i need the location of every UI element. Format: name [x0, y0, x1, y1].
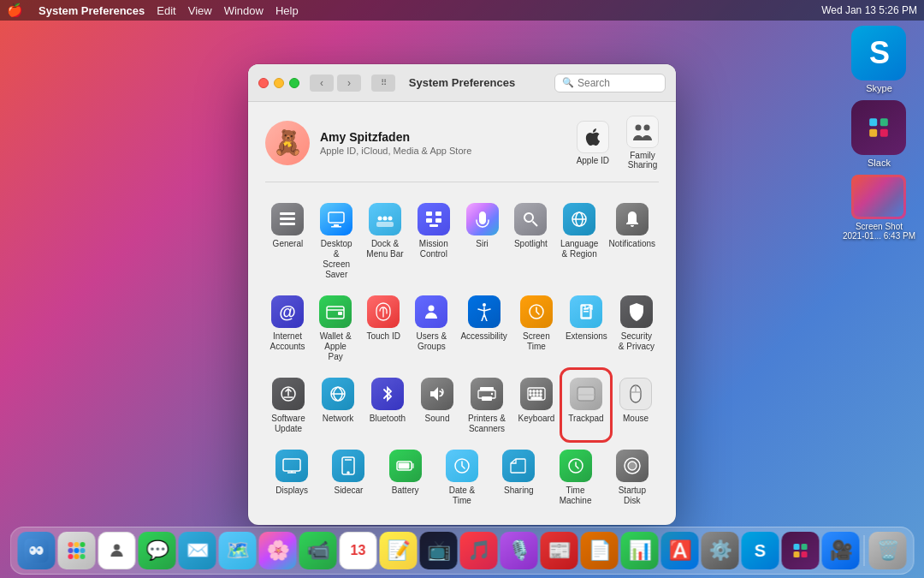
dock-sysprefs[interactable]: ⚙️	[702, 532, 739, 569]
pref-timemachine[interactable]: TimeMachine	[548, 443, 601, 511]
apple-id-button[interactable]: Apple ID	[577, 121, 609, 165]
dock-slack[interactable]	[782, 532, 820, 569]
dock-news[interactable]: 📰	[541, 532, 578, 569]
family-sharing-button[interactable]: FamilySharing	[626, 116, 659, 170]
dock-music[interactable]: 🎵	[460, 532, 498, 569]
dock-podcasts[interactable]: 🎙️	[500, 532, 538, 569]
dock-pages[interactable]: 📄	[581, 532, 619, 569]
pref-accessibility[interactable]: Accessibility	[457, 289, 510, 367]
pref-internet[interactable]: @ InternetAccounts	[265, 289, 310, 367]
dock-icon	[369, 203, 401, 235]
svg-rect-46	[536, 390, 538, 392]
pref-notifications[interactable]: Notifications	[606, 196, 659, 285]
pref-general[interactable]: General	[265, 196, 311, 285]
apple-id-icon	[577, 121, 609, 153]
menubar: 🍎 System Preferences Edit View Window He…	[0, 0, 924, 21]
pref-spotlight[interactable]: Spotlight	[508, 196, 554, 285]
search-icon: 🔍	[562, 77, 574, 88]
dock-notes[interactable]: 📝	[380, 532, 418, 569]
pref-sidecar[interactable]: Sidecar	[322, 443, 375, 511]
pref-keyboard[interactable]: Keyboard	[513, 371, 560, 439]
pref-datetime[interactable]: Date & Time	[435, 443, 489, 511]
pref-desktop[interactable]: Desktop &Screen Saver	[314, 196, 359, 285]
dock-zoom[interactable]: 🎥	[822, 532, 860, 569]
search-box[interactable]: 🔍	[554, 74, 666, 92]
user-avatar[interactable]: 🧸	[265, 121, 310, 165]
pref-extensions[interactable]: Extensions	[562, 289, 611, 367]
screenshot-desktop-icon	[851, 175, 906, 219]
pref-wallet[interactable]: Wallet &Apple Pay	[313, 289, 358, 367]
grid-view-button[interactable]: ⠿	[371, 74, 395, 92]
launchpad-icon	[58, 532, 96, 569]
pref-trackpad[interactable]: Trackpad	[563, 371, 609, 439]
dock-photos[interactable]: 🌸	[259, 532, 297, 569]
svg-rect-8	[280, 223, 295, 225]
pref-touchid[interactable]: Touch ID	[361, 289, 406, 367]
dock-numbers[interactable]: 📊	[621, 532, 659, 569]
menubar-edit[interactable]: Edit	[157, 4, 175, 17]
desktop-icon-slack[interactable]: Slack	[851, 100, 906, 168]
pref-software[interactable]: SoftwareUpdate	[265, 371, 311, 439]
dock-maps[interactable]: 🗺️	[219, 532, 257, 569]
pref-sound[interactable]: Sound	[414, 371, 460, 439]
sound-label: Sound	[425, 414, 450, 424]
svg-rect-6	[280, 212, 295, 215]
back-button[interactable]: ‹	[310, 74, 334, 92]
keyboard-label: Keyboard	[518, 414, 555, 424]
dock-finder[interactable]	[18, 532, 56, 569]
dock: 💬 ✉️ 🗺️ 🌸 📹 13 📝 📺	[10, 527, 915, 575]
forward-button[interactable]: ›	[337, 74, 361, 92]
svg-point-74	[38, 549, 40, 551]
menubar-help[interactable]: Help	[275, 4, 299, 17]
timemachine-label: TimeMachine	[560, 486, 592, 506]
svg-point-14	[382, 217, 387, 221]
close-button[interactable]	[258, 78, 269, 88]
pref-mouse[interactable]: Mouse	[613, 371, 659, 439]
pref-language[interactable]: Language& Region	[557, 196, 602, 285]
menubar-view[interactable]: View	[188, 4, 212, 17]
dock-launchpad[interactable]	[58, 532, 96, 569]
svg-point-5	[644, 125, 650, 131]
desktop-icon-screenshot[interactable]: Screen Shot2021-01... 6:43 PM	[843, 175, 915, 241]
dock-appstore[interactable]: 🅰️	[661, 532, 699, 569]
dock-tv[interactable]: 📺	[420, 532, 458, 569]
minimize-button[interactable]	[274, 78, 284, 88]
svg-point-30	[429, 306, 435, 312]
pref-network[interactable]: Network	[315, 371, 361, 439]
apple-menu-icon[interactable]: 🍎	[7, 3, 23, 18]
svg-point-81	[68, 554, 74, 559]
dock-calendar[interactable]: 13	[340, 532, 377, 569]
svg-rect-57	[283, 459, 300, 471]
pref-displays[interactable]: Displays	[265, 443, 318, 511]
dock-messages[interactable]: 💬	[139, 532, 176, 569]
pref-bluetooth[interactable]: Bluetooth	[364, 371, 411, 439]
dock-mail[interactable]: ✉️	[179, 532, 216, 569]
svg-point-73	[31, 549, 33, 551]
svg-point-80	[80, 548, 86, 553]
pref-security[interactable]: Security& Privacy	[614, 289, 659, 367]
skype-dock-icon: S	[742, 532, 779, 569]
pref-startup[interactable]: StartupDisk	[606, 443, 659, 511]
network-label: Network	[323, 414, 354, 424]
dock-facetime[interactable]: 📹	[299, 532, 337, 569]
maximize-button[interactable]	[289, 78, 299, 88]
dock-skype[interactable]: S	[742, 532, 779, 569]
pref-siri[interactable]: Siri	[459, 196, 505, 285]
pref-printers[interactable]: Printers &Scanners	[464, 371, 510, 439]
pref-dock[interactable]: Dock &Menu Bar	[363, 196, 408, 285]
pref-battery[interactable]: Battery	[379, 443, 432, 511]
menubar-window[interactable]: Window	[224, 4, 264, 17]
pref-mission[interactable]: MissionControl	[411, 196, 456, 285]
dock-contacts[interactable]	[98, 532, 136, 569]
pref-users[interactable]: Users &Groups	[409, 289, 453, 367]
dock-trash[interactable]: 🗑️	[869, 532, 907, 569]
pref-sharing[interactable]: Sharing	[492, 443, 545, 511]
search-input[interactable]	[578, 77, 658, 89]
extensions-icon	[570, 295, 602, 328]
wallet-label: Wallet &Apple Pay	[317, 331, 354, 362]
desktop-icon-skype[interactable]: S Skype	[851, 26, 906, 93]
keyboard-icon	[520, 378, 553, 410]
desktop-icons: S Skype Slack Screen Shot2021-01... 6:43…	[843, 26, 915, 241]
pref-screentime[interactable]: Screen Time	[514, 289, 559, 367]
menubar-app-name[interactable]: System Preferences	[38, 4, 145, 17]
